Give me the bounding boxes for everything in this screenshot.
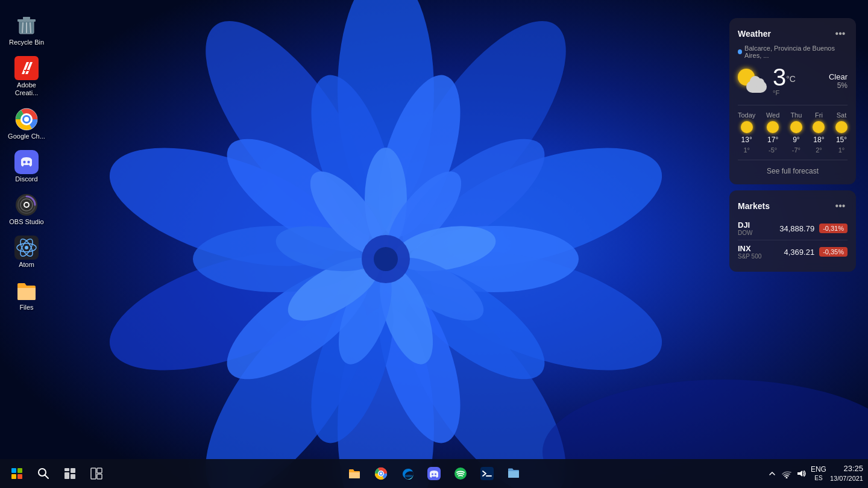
- forecast-fri: Fri 18° 2°: [813, 111, 825, 154]
- svg-rect-63: [11, 474, 16, 479]
- search-button[interactable]: [31, 461, 55, 486]
- weather-precip: 5%: [829, 81, 848, 90]
- forecast-today: Today 13° 1°: [738, 111, 755, 154]
- weather-sun-cloud-icon: [738, 69, 767, 93]
- svg-line-38: [30, 23, 31, 33]
- markets-widget: Markets ••• DJI DOW 34,888.79 -0,31% INX…: [729, 190, 856, 272]
- discord-label: Discord: [15, 175, 37, 183]
- obs-label: OBS Studio: [9, 218, 43, 226]
- svg-point-81: [435, 474, 436, 475]
- markets-title: Markets: [738, 201, 770, 211]
- obs-icon: [14, 193, 39, 217]
- weather-icon-temp: 3°C °F: [738, 65, 796, 96]
- market-dji-info: DJI DOW: [738, 221, 752, 236]
- language-sub: ES: [811, 474, 826, 482]
- atom-icon: [14, 236, 39, 260]
- atom-label: Atom: [19, 261, 34, 269]
- taskbar-files[interactable]: [502, 461, 526, 486]
- svg-point-49: [23, 161, 25, 163]
- date-display: 13/07/2021: [830, 474, 863, 483]
- see-forecast-anchor[interactable]: See full forecast: [767, 167, 819, 175]
- widgets-button[interactable]: [58, 461, 82, 486]
- taskbar-left: [5, 461, 108, 486]
- weather-more-button[interactable]: •••: [833, 27, 848, 41]
- snap-layouts-button[interactable]: [84, 461, 108, 486]
- forecast-sat: Sat 15° 1°: [835, 111, 848, 154]
- svg-rect-67: [64, 468, 69, 471]
- desktop-icons: Recycle Bin Adobe Creati...: [0, 6, 53, 319]
- start-button[interactable]: [5, 461, 29, 486]
- taskbar-chrome[interactable]: [369, 461, 393, 486]
- svg-rect-71: [91, 468, 96, 479]
- desktop-icon-files[interactable]: Files: [5, 276, 48, 314]
- market-row-inx[interactable]: INX S&P 500 4,369.21 -0,35%: [738, 240, 848, 263]
- svg-point-80: [432, 474, 433, 475]
- tray-expand-button[interactable]: [766, 468, 778, 480]
- volume-icon[interactable]: [795, 468, 807, 480]
- desktop-icon-atom[interactable]: Atom: [5, 233, 48, 271]
- taskbar-right: ENG ES 23:25 13/07/2021: [766, 463, 863, 484]
- desktop-icon-recycle-bin[interactable]: Recycle Bin: [5, 11, 48, 49]
- language-indicator[interactable]: ENG ES: [811, 465, 826, 483]
- weather-forecast: Today 13° 1° Wed 17° -5° Thu 9° -7°: [738, 105, 848, 154]
- forecast-thu-icon: [790, 121, 802, 133]
- svg-rect-42: [24, 70, 29, 71]
- files-label: Files: [19, 304, 33, 311]
- market-inx-info: INX S&P 500: [738, 244, 761, 260]
- desktop-icon-chrome[interactable]: Google Ch...: [5, 105, 48, 143]
- recycle-bin-label: Recycle Bin: [9, 39, 44, 46]
- svg-point-55: [25, 203, 28, 207]
- svg-line-66: [45, 475, 49, 479]
- desktop-icon-obs[interactable]: OBS Studio: [5, 190, 48, 228]
- weather-main: 3°C °F Clear 5%: [738, 65, 848, 96]
- location-dot-icon: [738, 49, 742, 54]
- market-row-dji[interactable]: DJI DOW 34,888.79 -0,31%: [738, 217, 848, 240]
- markets-more-button[interactable]: •••: [833, 199, 848, 213]
- desktop: Recycle Bin Adobe Creati...: [0, 0, 868, 488]
- forecast-wed: Wed 17° -5°: [766, 111, 779, 154]
- svg-line-36: [22, 23, 23, 33]
- files-icon: [14, 278, 39, 302]
- widgets-panel: Weather ••• Balcarce, Provincia de Bueno…: [729, 18, 856, 272]
- svg-rect-62: [17, 468, 22, 473]
- taskbar-discord[interactable]: [422, 461, 446, 486]
- taskbar-terminal[interactable]: [475, 461, 499, 486]
- svg-rect-70: [71, 474, 75, 479]
- svg-marker-86: [797, 471, 802, 477]
- time-display: 23:25: [830, 463, 863, 474]
- recycle-bin-icon: [14, 13, 39, 37]
- svg-rect-64: [17, 474, 22, 479]
- weather-widget-header: Weather •••: [738, 27, 848, 41]
- svg-rect-83: [480, 467, 494, 480]
- system-tray: [766, 468, 807, 480]
- taskbar-edge[interactable]: [395, 461, 420, 486]
- weather-widget: Weather ••• Balcarce, Provincia de Bueno…: [729, 18, 856, 184]
- svg-point-60: [25, 246, 28, 249]
- weather-unit: °C: [786, 74, 796, 84]
- taskbar-spotify[interactable]: [448, 461, 473, 486]
- forecast-today-icon: [741, 121, 753, 133]
- weather-title: Weather: [738, 29, 771, 39]
- adobe-label: Adobe Creati...: [7, 81, 46, 97]
- clock[interactable]: 23:25 13/07/2021: [830, 463, 863, 484]
- markets-widget-header: Markets •••: [738, 199, 848, 213]
- taskbar: ENG ES 23:25 13/07/2021: [0, 459, 868, 488]
- taskbar-center: [342, 461, 526, 486]
- adobe-icon: [14, 56, 39, 80]
- weather-temperature: 3°C °F: [773, 65, 796, 96]
- svg-rect-61: [11, 468, 16, 473]
- weather-condition: Clear: [829, 72, 848, 81]
- market-inx-change: -0,35%: [819, 247, 848, 257]
- taskbar-file-explorer[interactable]: [342, 461, 366, 486]
- desktop-icon-discord[interactable]: Discord: [5, 148, 48, 186]
- chrome-label: Google Ch...: [8, 133, 45, 140]
- svg-rect-73: [97, 474, 102, 479]
- desktop-icon-adobe[interactable]: Adobe Creati...: [5, 54, 48, 99]
- svg-rect-34: [17, 19, 36, 22]
- network-icon[interactable]: [781, 468, 793, 480]
- chrome-icon: [14, 107, 39, 131]
- see-forecast-link[interactable]: See full forecast: [738, 160, 848, 176]
- svg-rect-69: [64, 472, 69, 479]
- weather-location: Balcarce, Provincia de Buenos Aires, ...: [738, 45, 848, 59]
- svg-point-47: [24, 117, 29, 122]
